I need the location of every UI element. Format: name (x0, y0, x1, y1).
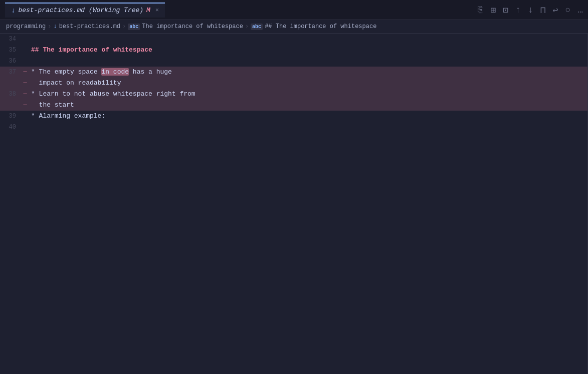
tab-label: best-practices.md (Working Tree) (18, 7, 143, 14)
line-left-36: 36 (0, 56, 587, 67)
action-up[interactable]: ↑ (515, 5, 521, 15)
ln-36-l: 36 (0, 56, 21, 67)
action-circle[interactable]: ○ (565, 5, 570, 15)
tab-modified-badge: M (146, 7, 150, 14)
ln-39-l: 39 (0, 111, 21, 122)
ln-34-l: 34 (0, 34, 21, 45)
editor-actions: ⎘ ⊞ ⊡ ↑ ↓ ⊓ ↩ ○ … (478, 5, 583, 16)
bc-arrow-icon: ↓ (53, 23, 57, 30)
line-left-40: 40 (0, 122, 587, 133)
lc-38a-l: * Learn to not abuse whitespace right fr… (29, 89, 587, 100)
bc-icon-1: abc (128, 24, 140, 30)
action-stage[interactable]: ⊓ (540, 5, 546, 16)
action-more[interactable]: … (577, 5, 583, 15)
bc-sep-2: › (122, 23, 126, 30)
action-split[interactable]: ⊞ (490, 5, 496, 16)
lc-38b-l: the start (29, 100, 587, 111)
line-left-37a: 37 — * The empty space in code has a hug… (0, 67, 587, 78)
lc-35-l: ## The importance of whitespace (29, 45, 587, 56)
ln-40-l: 40 (0, 122, 21, 133)
bc-sep-1: › (48, 23, 51, 30)
line-left-39: 39 * Alarming example: (0, 111, 587, 122)
action-map[interactable]: ⊡ (503, 5, 508, 16)
action-copy[interactable]: ⎘ (478, 5, 483, 15)
action-down[interactable]: ↓ (528, 5, 533, 15)
lm-37b-l: — (21, 78, 29, 89)
lm-37a-l: — (21, 67, 29, 78)
diff-container: 34 35 ## The importance of whitespace 36… (0, 34, 588, 374)
bc-sep-3: › (245, 23, 249, 30)
bc-section-2[interactable]: ## The importance of whitespace (265, 23, 376, 30)
left-pane[interactable]: 34 35 ## The importance of whitespace 36… (0, 34, 588, 374)
tab-file-icon: ↓ (11, 7, 15, 15)
lc-37a-l: * The empty space in code has a huge (29, 67, 587, 78)
line-left-38a: 38 — * Learn to not abuse whitespace rig… (0, 89, 587, 100)
bc-programming[interactable]: programming (6, 23, 46, 30)
bc-section-1[interactable]: The importance of whitespace (142, 23, 243, 30)
bc-filename[interactable]: best-practices.md (59, 23, 120, 30)
ln-38a-l: 38 (0, 89, 21, 100)
lm-38a-l: — (21, 89, 29, 100)
line-left-34: 34 (0, 34, 587, 45)
active-tab[interactable]: ↓ best-practices.md (Working Tree) M × (5, 3, 165, 18)
ln-35-l: 35 (0, 45, 21, 56)
lc-37b-l: impact on readability (29, 78, 587, 89)
bc-icon-2: abc (251, 24, 263, 30)
action-revert[interactable]: ↩ (553, 5, 558, 16)
line-left-35: 35 ## The importance of whitespace (0, 45, 587, 56)
lc-39-l: * Alarming example: (29, 111, 587, 122)
line-left-38b: — the start (0, 100, 587, 111)
breadcrumb: programming › ↓ best-practices.md › abc … (0, 20, 588, 34)
ln-37a-l: 37 (0, 67, 21, 78)
line-left-37b: — impact on readability (0, 78, 587, 89)
lm-38b-l: — (21, 100, 29, 111)
title-bar: ↓ best-practices.md (Working Tree) M × ⎘… (0, 0, 588, 20)
tab-close-button[interactable]: × (155, 7, 159, 14)
